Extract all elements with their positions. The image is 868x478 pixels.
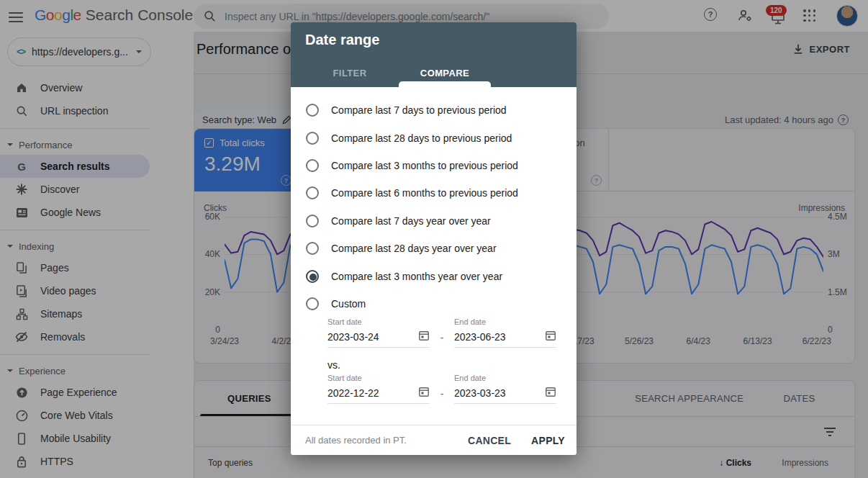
timezone-footnote: All dates recorded in PT. bbox=[305, 435, 468, 446]
option-custom[interactable]: Custom bbox=[291, 290, 577, 317]
calendar-icon[interactable] bbox=[545, 330, 556, 341]
custom-date-section: Start date - End date vs. Start date - E… bbox=[327, 317, 565, 404]
date-range-dialog: Date range FILTER COMPARE Compare last 7… bbox=[291, 22, 577, 455]
option-last-28-days-prev[interactable]: Compare last 28 days to previous period bbox=[291, 124, 577, 151]
range1-start-field[interactable]: Start date bbox=[327, 317, 430, 348]
vs-label: vs. bbox=[327, 359, 565, 371]
dialog-footer: All dates recorded in PT. CANCEL APPLY bbox=[291, 425, 577, 455]
date-separator: - bbox=[430, 388, 454, 400]
tab-compare[interactable]: COMPARE bbox=[397, 58, 492, 87]
radio-selected-icon[interactable] bbox=[306, 270, 319, 283]
calendar-icon[interactable] bbox=[418, 330, 430, 341]
dialog-header: Date range FILTER COMPARE bbox=[291, 22, 577, 87]
range2-start-field[interactable]: Start date bbox=[327, 374, 430, 404]
radio-icon[interactable] bbox=[306, 159, 319, 172]
date-separator: - bbox=[430, 332, 454, 343]
compare-options-list: Compare last 7 days to previous period C… bbox=[291, 96, 577, 317]
radio-icon[interactable] bbox=[306, 242, 319, 255]
option-7-days-yoy[interactable]: Compare last 7 days year over year bbox=[291, 207, 577, 235]
calendar-icon[interactable] bbox=[545, 386, 556, 397]
dialog-title: Date range bbox=[305, 32, 379, 48]
radio-icon[interactable] bbox=[306, 186, 319, 199]
range2-end-field[interactable]: End date bbox=[454, 374, 556, 404]
option-3-months-yoy[interactable]: Compare last 3 months year over year bbox=[291, 262, 577, 289]
radio-icon[interactable] bbox=[306, 104, 319, 117]
range1-start-input[interactable] bbox=[327, 330, 430, 348]
radio-icon[interactable] bbox=[306, 215, 319, 227]
range1-end-input[interactable] bbox=[454, 330, 556, 348]
option-last-3-months-prev[interactable]: Compare last 3 months to previous period bbox=[291, 152, 577, 179]
range2-start-input[interactable] bbox=[327, 386, 430, 404]
option-28-days-yoy[interactable]: Compare last 28 days year over year bbox=[291, 235, 577, 262]
tab-filter[interactable]: FILTER bbox=[302, 58, 397, 87]
calendar-icon[interactable] bbox=[418, 386, 430, 397]
radio-icon[interactable] bbox=[306, 297, 319, 310]
cancel-button[interactable]: CANCEL bbox=[468, 435, 511, 446]
range1-end-field[interactable]: End date bbox=[454, 317, 556, 348]
apply-button[interactable]: APPLY bbox=[531, 435, 565, 446]
radio-icon[interactable] bbox=[306, 132, 319, 145]
range2-end-input[interactable] bbox=[454, 386, 556, 404]
option-last-6-months-prev[interactable]: Compare last 6 months to previous period bbox=[291, 179, 577, 207]
option-last-7-days-prev[interactable]: Compare last 7 days to previous period bbox=[291, 96, 577, 124]
